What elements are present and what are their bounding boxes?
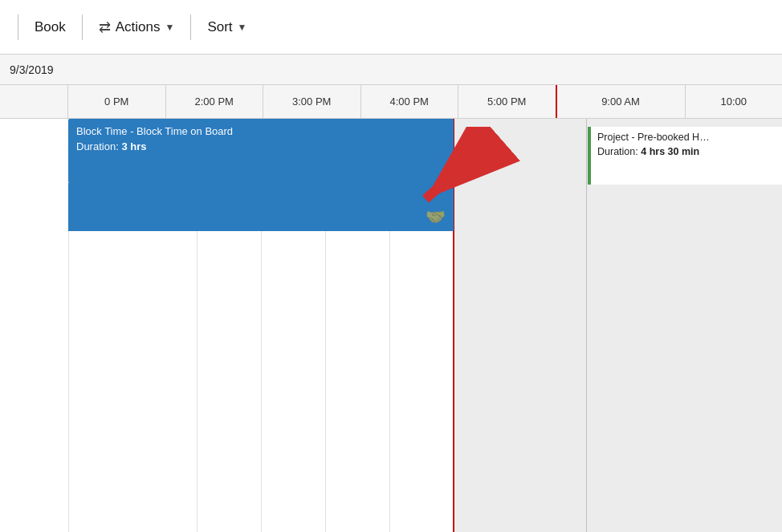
actions-button[interactable]: ⇄ Actions ▼ [91,14,183,41]
date-header: 9/3/2019 [0,55,782,85]
block-time-duration-value: 3 hrs [121,140,146,152]
time-slot-10: 10:00 [686,85,783,118]
book-button[interactable]: Book [26,14,74,40]
time-slot-0pm: 0 PM [68,85,166,118]
time-slot-9am: 9:00 AM [557,85,686,118]
time-header: 0 PM 2:00 PM 3:00 PM 4:00 PM 5:00 PM 9:0… [0,85,782,119]
sort-button[interactable]: Sort ▼ [199,14,255,40]
date-text: 9/3/2019 [6,63,593,76]
block-time-title: Block Time - Block Time on Board [76,125,446,137]
toolbar-sep-1 [82,14,83,40]
actions-dropdown-icon: ▼ [165,22,175,33]
grey-col-1 [453,119,586,532]
block-time-event[interactable]: Block Time - Block Time on Board Duratio… [68,119,454,183]
toolbar-sep-2 [190,14,191,40]
swap-icon: ⇄ [99,18,111,36]
handshake-icon: 🤝 [426,207,446,226]
book-label: Book [35,19,66,35]
calendar-area: 9/3/2019 0 PM 2:00 PM 3:00 PM 4:00 PM 5:… [0,55,782,532]
sort-dropdown-icon: ▼ [238,22,247,33]
time-slot-4pm: 4:00 PM [361,85,459,118]
project-duration: Duration: 4 hrs 30 min [597,146,776,157]
calendar-grid: Block Time - Block Time on Board Duratio… [0,119,782,532]
actions-label: Actions [116,19,161,35]
project-event[interactable]: Project - Pre-booked H… Duration: 4 hrs … [588,127,782,185]
time-slot-3pm: 3:00 PM [263,85,361,118]
block-time-duration: Duration: 3 hrs [76,140,446,152]
sort-label: Sort [207,19,232,35]
time-slot-5pm: 5:00 PM [458,85,557,118]
time-empty [0,85,68,118]
block-time-continuation: 🤝 [68,183,454,231]
project-duration-value: 4 hrs 30 min [641,146,699,157]
toolbar-sep-left [18,14,18,40]
project-title: Project - Pre-booked H… [597,132,776,143]
toolbar: Book ⇄ Actions ▼ Sort ▼ [0,0,782,55]
time-slot-2pm: 2:00 PM [166,85,264,118]
